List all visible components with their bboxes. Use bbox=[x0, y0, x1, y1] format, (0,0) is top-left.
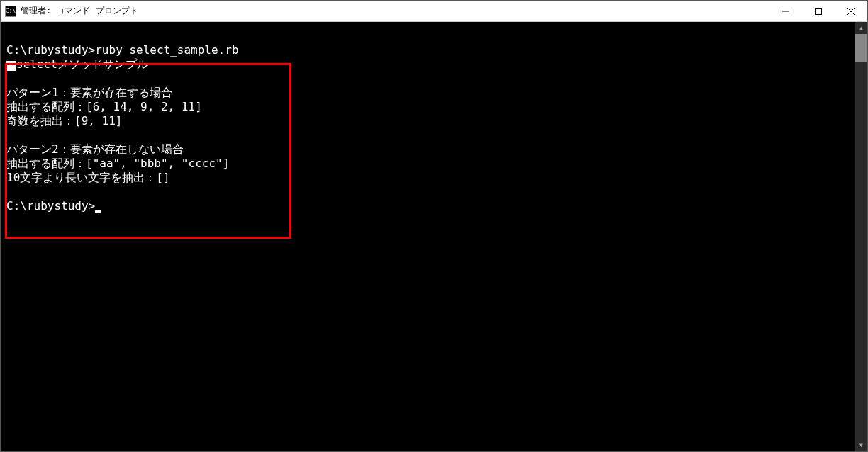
output-line: C:\rubystudy>ruby select_sample.rb bbox=[6, 43, 239, 57]
titlebar: C:\ 管理者: コマンド プロンプト bbox=[1, 1, 867, 22]
vertical-scrollbar[interactable]: ▲ ▼ bbox=[855, 22, 867, 451]
window-controls bbox=[769, 1, 867, 21]
scroll-thumb[interactable] bbox=[855, 34, 867, 62]
cmd-window: C:\ 管理者: コマンド プロンプト C:\rubystudy>ruby se… bbox=[0, 0, 868, 452]
close-button[interactable] bbox=[835, 1, 867, 21]
terminal-area[interactable]: C:\rubystudy>ruby select_sample.rb selec… bbox=[1, 22, 867, 451]
maximize-button[interactable] bbox=[802, 1, 835, 21]
svg-rect-1 bbox=[816, 8, 822, 14]
close-icon bbox=[847, 8, 855, 15]
minimize-button[interactable] bbox=[769, 1, 802, 21]
maximize-icon bbox=[815, 8, 822, 15]
output-line: パターン1：要素が存在する場合 bbox=[6, 86, 172, 99]
cmd-icon: C:\ bbox=[5, 6, 16, 17]
minimize-icon bbox=[782, 8, 789, 15]
output-line: 奇数を抽出：[9, 11] bbox=[6, 114, 122, 128]
output-line: 抽出する配列：["aa", "bbb", "cccc"] bbox=[6, 157, 229, 170]
window-title: 管理者: コマンド プロンプト bbox=[21, 5, 769, 17]
cursor bbox=[95, 210, 101, 213]
block-marker bbox=[6, 61, 16, 71]
output-line: パターン2：要素が存在しない場合 bbox=[6, 142, 184, 156]
output-line: 抽出する配列：[6, 14, 9, 2, 11] bbox=[6, 100, 202, 113]
terminal-output: C:\rubystudy>ruby select_sample.rb selec… bbox=[6, 43, 855, 213]
scroll-down-arrow-icon[interactable]: ▼ bbox=[855, 439, 867, 451]
output-line: selectメソッドサンプル bbox=[16, 57, 148, 71]
prompt-line: C:\rubystudy> bbox=[6, 199, 95, 213]
output-line: 10文字より長い文字を抽出：[] bbox=[6, 171, 170, 184]
scroll-up-arrow-icon[interactable]: ▲ bbox=[855, 22, 867, 34]
